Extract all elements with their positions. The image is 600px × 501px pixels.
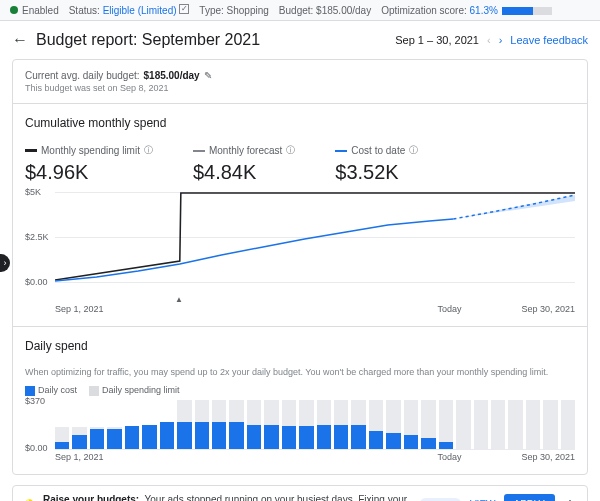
uplift-chip: +11.4%: [419, 498, 462, 501]
cumulative-title: Cumulative monthly spend: [25, 116, 575, 130]
back-arrow-icon[interactable]: ←: [12, 31, 28, 49]
daily-bar-chart: $370 $0.00: [55, 400, 575, 450]
budget-change-marker-icon: ▲: [175, 295, 183, 304]
report-panel: Current avg. daily budget: $185.00/day ✎…: [12, 59, 588, 475]
metric-cost: Cost to dateⓘ $3.52K: [335, 144, 418, 184]
recommendation-text: Raise your budgets: Your ads stopped run…: [43, 494, 411, 501]
campaign-status-bar: Enabled Status: Eligible (Limited) Type:…: [0, 0, 600, 21]
bar-column: [55, 400, 69, 449]
bar-column: [72, 400, 86, 449]
bar-column: [212, 400, 226, 449]
help-icon[interactable]: ⓘ: [409, 144, 418, 157]
bar-column: [439, 400, 453, 449]
enabled-status: Enabled: [10, 5, 59, 16]
status-value[interactable]: Eligible (Limited): [103, 5, 177, 16]
daily-desc: When optimizing for traffic, you may spe…: [25, 367, 575, 377]
bar-column: [247, 400, 261, 449]
metric-forecast: Monthly forecastⓘ $4.84K: [193, 144, 295, 184]
date-range[interactable]: Sep 1 – 30, 2021: [395, 34, 479, 46]
page-title: Budget report: September 2021: [36, 31, 260, 49]
limit-swatch-icon: [25, 149, 37, 152]
budget-prefix: Current avg. daily budget:: [25, 70, 140, 81]
bar-column: [334, 400, 348, 449]
bar-column: [229, 400, 243, 449]
bar-column: [282, 400, 296, 449]
y-tick: $0.00: [25, 277, 48, 287]
apply-button[interactable]: APPLY: [504, 494, 556, 501]
y-tick: $0.00: [25, 443, 48, 453]
cumulative-svg: [55, 192, 575, 282]
bar-column: [543, 400, 557, 449]
cost-swatch-icon: [335, 150, 347, 152]
edit-budget-icon[interactable]: ✎: [204, 70, 212, 81]
more-menu-icon[interactable]: ⋮: [563, 497, 577, 501]
cumulative-x-axis: Sep 1, 2021 Today Sep 30, 2021: [55, 304, 575, 314]
budget-amount: $185.00/day: [144, 70, 200, 81]
daily-legend: Daily cost Daily spending limit: [25, 385, 575, 396]
bar-column: [474, 400, 488, 449]
forecast-swatch-icon: [193, 150, 205, 152]
bar-column: [456, 400, 470, 449]
daily-x-axis: Sep 1, 2021 Today Sep 30, 2021: [55, 452, 575, 462]
cumulative-section: Cumulative monthly spend Monthly spendin…: [13, 104, 587, 326]
bar-column: [90, 400, 104, 449]
bar-column: [508, 400, 522, 449]
bar-column: [107, 400, 121, 449]
budget-summary: Current avg. daily budget: $185.00/day ✎…: [13, 60, 587, 103]
checkbox-icon: [179, 4, 189, 14]
bar-column: [526, 400, 540, 449]
metric-spending-limit: Monthly spending limitⓘ $4.96K: [25, 144, 153, 184]
bar-column: [404, 400, 418, 449]
svg-marker-0: [453, 195, 575, 219]
bar-column: [317, 400, 331, 449]
side-drawer-toggle-icon[interactable]: ›: [0, 254, 10, 272]
bar-column: [299, 400, 313, 449]
help-icon[interactable]: ⓘ: [144, 144, 153, 157]
cumulative-chart: $5K $2.5K $0.00 ▲: [25, 192, 575, 302]
leave-feedback-link[interactable]: Leave feedback: [510, 34, 588, 46]
type-field: Type: Shopping: [199, 5, 269, 16]
bar-column: [491, 400, 505, 449]
limit-legend-icon: [89, 386, 99, 396]
cost-legend-icon: [25, 386, 35, 396]
help-icon[interactable]: ⓘ: [286, 144, 295, 157]
budget-field: Budget: $185.00/day: [279, 5, 371, 16]
daily-section: Daily spend When optimizing for traffic,…: [13, 327, 587, 474]
y-tick: $5K: [25, 187, 41, 197]
bar-column: [160, 400, 174, 449]
prev-period-icon[interactable]: ‹: [487, 34, 491, 46]
status-dot-icon: [10, 6, 18, 14]
bar-column: [177, 400, 191, 449]
recommendation-card: 💡 Raise your budgets: Your ads stopped r…: [12, 485, 588, 501]
bar-column: [386, 400, 400, 449]
next-period-icon[interactable]: ›: [499, 34, 503, 46]
bar-column: [125, 400, 139, 449]
budget-set-date: This budget was set on Sep 8, 2021: [25, 83, 575, 93]
bar-column: [142, 400, 156, 449]
optimization-score: Optimization score: 61.3%: [381, 5, 552, 16]
page-header: ← Budget report: September 2021 Sep 1 – …: [0, 21, 600, 59]
daily-title: Daily spend: [25, 339, 575, 353]
bar-column: [369, 400, 383, 449]
bar-column: [195, 400, 209, 449]
bar-column: [561, 400, 575, 449]
bar-column: [421, 400, 435, 449]
y-tick: $2.5K: [25, 232, 49, 242]
bar-column: [351, 400, 365, 449]
bar-column: [264, 400, 278, 449]
status-field: Status: Eligible (Limited): [69, 4, 190, 16]
y-tick: $370: [25, 396, 45, 406]
